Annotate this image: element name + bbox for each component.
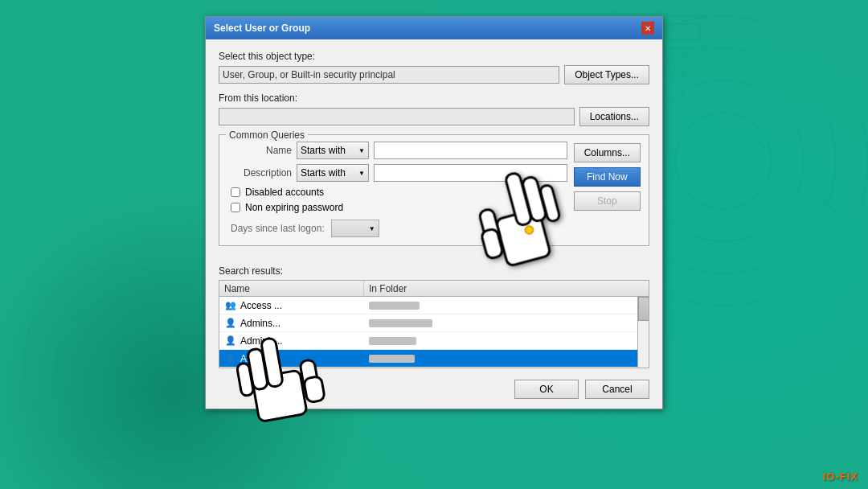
col-header-name: Name bbox=[219, 281, 364, 296]
dialog-body: Select this object type: Object Types...… bbox=[206, 39, 662, 265]
description-starts-with-label: Starts with bbox=[301, 167, 346, 179]
user-icon: 👥 bbox=[224, 299, 237, 312]
name-combo-arrow: ▼ bbox=[358, 147, 365, 154]
logo-text: IO bbox=[823, 471, 836, 483]
days-since-row: Days since last logon: ▼ bbox=[227, 220, 567, 237]
object-type-input[interactable] bbox=[219, 66, 559, 84]
table-row[interactable]: 👤 ... bbox=[219, 368, 649, 368]
table-row[interactable]: 👤 Adminis... bbox=[219, 332, 649, 350]
dialog-wrapper: Select User or Group ✕ Select this objec… bbox=[0, 0, 868, 489]
disabled-accounts-checkbox[interactable] bbox=[231, 187, 240, 197]
results-scrollbar[interactable] bbox=[637, 297, 649, 368]
result-folder-cell bbox=[364, 300, 649, 311]
logo: IO-FIX bbox=[823, 471, 858, 483]
result-name: Access ... bbox=[240, 300, 282, 311]
query-right-buttons: Columns... Find Now Stop bbox=[574, 142, 641, 237]
result-folder-cell bbox=[364, 318, 649, 329]
result-name-cell: 👤 ALL AD... bbox=[219, 351, 364, 367]
disabled-accounts-row: Disabled accounts bbox=[227, 187, 567, 198]
find-now-button[interactable]: Find Now bbox=[574, 167, 641, 187]
days-since-combo[interactable]: ▼ bbox=[331, 220, 379, 237]
result-folder bbox=[369, 337, 416, 345]
name-starts-with-label: Starts with bbox=[301, 145, 346, 156]
result-name-cell: 👤 Admins... bbox=[219, 315, 364, 331]
query-content: Name Starts with ▼ Description Starts bbox=[227, 142, 641, 237]
object-type-label: Select this object type: bbox=[219, 51, 649, 62]
select-user-dialog: Select User or Group ✕ Select this objec… bbox=[205, 16, 663, 409]
results-table[interactable]: Name In Folder 👥 Access ... 👤 Admins... bbox=[219, 280, 649, 368]
disabled-accounts-label: Disabled accounts bbox=[245, 187, 324, 198]
dialog-close-button[interactable]: ✕ bbox=[641, 22, 654, 35]
stop-button[interactable]: Stop bbox=[574, 191, 641, 211]
result-name-cell: 👤 Adminis... bbox=[219, 333, 364, 349]
dialog-titlebar: Select User or Group ✕ bbox=[206, 17, 662, 39]
result-folder bbox=[369, 319, 432, 327]
result-name: Adminis... bbox=[240, 335, 283, 347]
description-starts-with-combo[interactable]: Starts with ▼ bbox=[297, 164, 369, 182]
non-expiring-label: Non expiring password bbox=[245, 202, 343, 213]
logo-suffix: -FIX bbox=[835, 471, 858, 483]
days-combo-arrow: ▼ bbox=[369, 225, 375, 232]
results-body: 👥 Access ... 👤 Admins... 👤 Adminis... bbox=[219, 297, 649, 368]
location-row: Locations... bbox=[219, 107, 649, 126]
search-results-section: Search results: Name In Folder 👥 Access … bbox=[206, 265, 662, 373]
table-row[interactable]: 👤 Admins... bbox=[219, 314, 649, 332]
result-folder bbox=[369, 302, 420, 310]
result-folder-cell bbox=[364, 335, 649, 347]
user-icon: 👤 bbox=[224, 335, 237, 347]
user-icon: 👤 bbox=[224, 317, 237, 330]
name-starts-with-combo[interactable]: Starts with ▼ bbox=[297, 142, 369, 159]
table-row[interactable]: 👥 Access ... bbox=[219, 297, 649, 314]
result-folder bbox=[369, 355, 415, 363]
location-label: From this location: bbox=[219, 92, 649, 104]
name-label: Name bbox=[227, 145, 292, 156]
scrollbar-thumb[interactable] bbox=[638, 297, 649, 321]
ok-button[interactable]: OK bbox=[514, 380, 579, 399]
description-label: Description bbox=[227, 167, 292, 179]
table-row[interactable]: 👤 ALL AD... bbox=[219, 350, 649, 368]
common-queries-group: Common Queries Name Starts with ▼ bbox=[219, 134, 649, 246]
query-left: Name Starts with ▼ Description Starts bbox=[227, 142, 567, 237]
location-input[interactable] bbox=[219, 108, 575, 125]
result-folder-cell bbox=[364, 353, 649, 364]
name-value-input[interactable] bbox=[374, 142, 567, 159]
columns-button[interactable]: Columns... bbox=[574, 143, 641, 162]
result-name: ALL AD... bbox=[240, 353, 280, 364]
description-query-row: Description Starts with ▼ bbox=[227, 164, 567, 182]
col-header-folder: In Folder bbox=[364, 281, 649, 296]
description-value-input[interactable] bbox=[374, 164, 567, 182]
search-results-label: Search results: bbox=[219, 265, 649, 277]
dialog-title: Select User or Group bbox=[214, 23, 310, 34]
cancel-button[interactable]: Cancel bbox=[585, 380, 649, 399]
user-icon: 👤 bbox=[224, 352, 237, 365]
results-header: Name In Folder bbox=[219, 281, 649, 297]
result-name-cell: 👤 ... bbox=[219, 368, 364, 369]
name-query-row: Name Starts with ▼ bbox=[227, 142, 567, 159]
days-since-label: Days since last logon: bbox=[231, 223, 325, 234]
non-expiring-checkbox[interactable] bbox=[231, 203, 240, 212]
description-combo-arrow: ▼ bbox=[358, 170, 365, 177]
object-type-row: Object Types... bbox=[219, 65, 649, 84]
non-expiring-row: Non expiring password bbox=[227, 202, 567, 213]
object-types-button[interactable]: Object Types... bbox=[564, 65, 649, 84]
result-name: Admins... bbox=[240, 318, 280, 329]
dialog-footer: OK Cancel bbox=[206, 373, 662, 409]
locations-button[interactable]: Locations... bbox=[579, 107, 649, 126]
common-queries-label: Common Queries bbox=[226, 129, 308, 141]
result-name-cell: 👥 Access ... bbox=[219, 298, 364, 314]
